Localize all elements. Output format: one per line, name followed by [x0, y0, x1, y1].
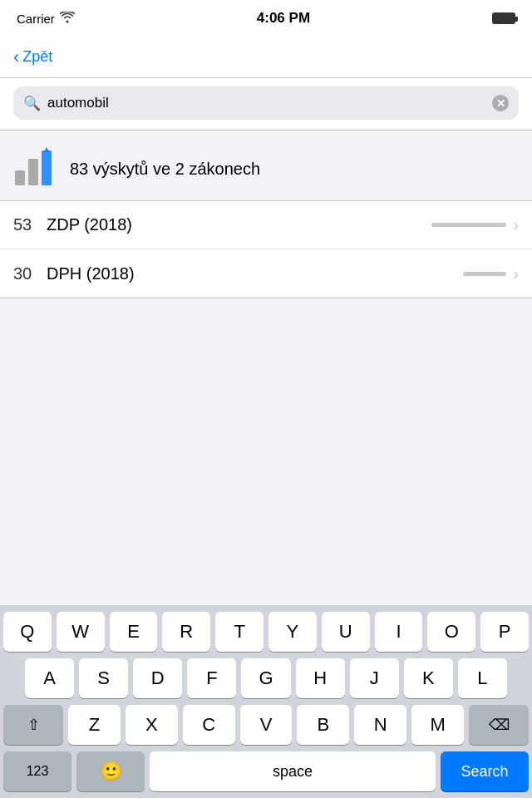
item-count: 53 [13, 215, 47, 234]
results-list: 53 ZDP (2018) › 30 DPH (2018) › [0, 200, 532, 298]
keyboard-bottom-row: 123 🙂 space Search [0, 751, 532, 791]
key-M[interactable]: M [411, 705, 464, 745]
svg-rect-1 [28, 159, 38, 185]
key-X[interactable]: X [126, 705, 178, 745]
key-P[interactable]: P [480, 612, 529, 652]
key-S[interactable]: S [79, 658, 128, 698]
item-bar-container [423, 223, 506, 227]
list-item[interactable]: 30 DPH (2018) › [0, 249, 532, 298]
key-B[interactable]: B [297, 705, 349, 745]
item-label: DPH (2018) [47, 264, 423, 283]
search-container: 🔍 ✕ [0, 78, 532, 131]
keyboard: Q W E R T Y U I O P A S D F G H J K L ⇧ … [0, 605, 532, 798]
search-glass-icon: 🔍 [23, 95, 41, 112]
key-delete[interactable]: ⌫ [469, 705, 529, 745]
svg-marker-3 [44, 147, 49, 152]
key-Z[interactable]: Z [68, 705, 121, 745]
item-count: 30 [13, 264, 47, 283]
key-U[interactable]: U [322, 612, 370, 652]
results-summary: 83 výskytů ve 2 zákonech [0, 131, 532, 200]
key-A[interactable]: A [25, 658, 74, 698]
battery-icon [492, 12, 515, 24]
search-button[interactable]: Search [441, 751, 529, 791]
item-label: ZDP (2018) [47, 215, 423, 234]
svg-rect-2 [42, 150, 52, 185]
key-H[interactable]: H [296, 658, 345, 698]
back-label: Zpět [22, 48, 52, 66]
svg-rect-0 [15, 170, 25, 185]
wifi-icon [60, 12, 75, 26]
key-N[interactable]: N [354, 705, 406, 745]
item-bar [463, 272, 506, 276]
key-T[interactable]: T [215, 612, 264, 652]
search-bar: 🔍 ✕ [13, 86, 519, 120]
key-shift[interactable]: ⇧ [3, 705, 63, 745]
key-E[interactable]: E [110, 612, 158, 652]
key-R[interactable]: R [162, 612, 210, 652]
chevron-right-icon: › [513, 264, 519, 283]
key-Y[interactable]: Y [268, 612, 317, 652]
item-bar-container [423, 272, 506, 276]
list-item[interactable]: 53 ZDP (2018) › [0, 201, 532, 249]
battery-display [492, 12, 515, 24]
key-D[interactable]: D [133, 658, 182, 698]
navigation-bar: ‹ Zpět [0, 37, 532, 78]
search-input[interactable] [47, 95, 485, 111]
time-display: 4:06 PM [257, 10, 310, 27]
key-O[interactable]: O [427, 612, 475, 652]
key-F[interactable]: F [187, 658, 236, 698]
search-clear-button[interactable]: ✕ [492, 95, 509, 111]
key-J[interactable]: J [350, 658, 399, 698]
keyboard-row-2: A S D F G H J K L [0, 658, 532, 698]
key-G[interactable]: G [241, 658, 290, 698]
key-space[interactable]: space [150, 751, 436, 791]
key-L[interactable]: L [458, 658, 507, 698]
key-Q[interactable]: Q [3, 612, 52, 652]
item-bar [431, 223, 506, 227]
status-bar: Carrier 4:06 PM [0, 0, 532, 37]
back-chevron-icon: ‹ [13, 48, 19, 66]
key-emoji[interactable]: 🙂 [76, 751, 145, 791]
key-C[interactable]: C [183, 705, 235, 745]
back-button[interactable]: ‹ Zpět [13, 48, 52, 66]
key-numbers[interactable]: 123 [3, 751, 71, 791]
results-text: 83 výskytů ve 2 zákonech [70, 160, 260, 179]
chevron-right-icon: › [513, 215, 519, 234]
key-I[interactable]: I [375, 612, 423, 652]
carrier-info: Carrier [17, 12, 75, 26]
key-K[interactable]: K [404, 658, 453, 698]
key-V[interactable]: V [240, 705, 293, 745]
key-W[interactable]: W [57, 612, 105, 652]
keyboard-row-3: ⇧ Z X C V B N M ⌫ [0, 705, 532, 745]
bar-chart-icon [13, 147, 57, 190]
carrier-label: Carrier [17, 12, 55, 26]
keyboard-row-1: Q W E R T Y U I O P [0, 612, 532, 652]
